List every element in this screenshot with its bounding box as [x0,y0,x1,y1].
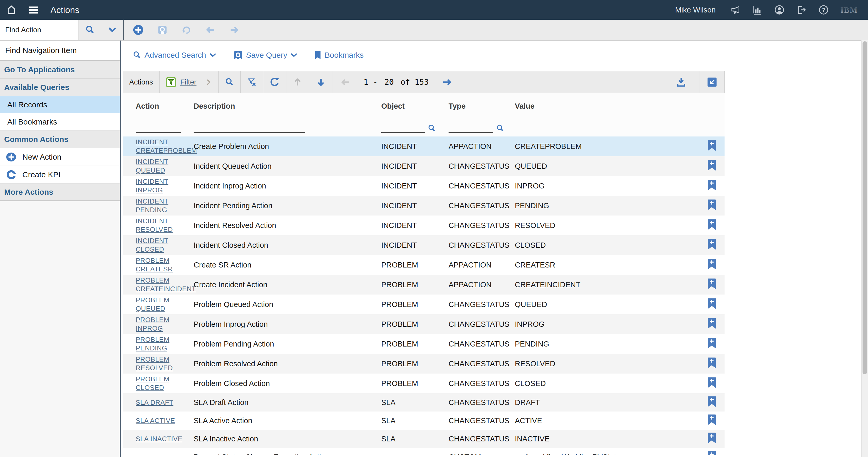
action-link[interactable]: PROBLEM PENDING [136,335,194,353]
table-row[interactable]: INCIDENT CREATEPROBLEM Create Problem Ac… [123,136,724,156]
refresh-icon[interactable] [263,71,286,93]
table-row[interactable]: SLA DRAFT SLA Draft Action SLA CHANGESTA… [123,393,724,412]
sidebar-header-common-actions[interactable]: Common Actions [0,130,120,148]
user-name[interactable]: Mike Wilson [675,6,716,14]
filter-input-action[interactable] [136,122,181,133]
filter-link[interactable]: Filter [180,78,196,86]
table-row[interactable]: INCIDENT PENDING Incident Pending Action… [123,196,724,215]
action-link[interactable]: PROBLEM RESOLVED [136,355,194,372]
bookmark-add-icon[interactable] [707,160,716,171]
find-navigation-item[interactable]: Find Navigation Item [0,40,120,61]
column-header-type[interactable]: Type [448,102,515,111]
filter-input-type[interactable] [448,122,493,133]
action-link[interactable]: INCIDENT QUEUED [136,157,194,175]
action-link[interactable]: PROBLEM INPROG [136,315,194,333]
action-link[interactable]: PROBLEM CREATESR [136,256,194,273]
previous-page-icon[interactable] [340,77,350,87]
table-row[interactable]: PVSTATUS Prevent Status Change Exception… [123,448,724,455]
sidebar-item-all-bookmarks[interactable]: All Bookmarks [0,113,120,130]
revert-icon[interactable] [181,25,191,35]
action-link[interactable]: INCIDENT CLOSED [136,237,194,254]
bookmark-add-icon[interactable] [707,219,716,230]
bookmark-add-icon[interactable] [707,140,716,151]
help-icon[interactable]: ? [818,4,829,16]
table-row[interactable]: PROBLEM PENDING Problem Pending Action P… [123,334,724,354]
download-icon[interactable] [663,71,700,93]
filter-expand-chevron-icon[interactable] [205,79,212,86]
table-row[interactable]: PROBLEM CREATEINCIDENT Create Incident A… [123,275,724,295]
action-link[interactable]: PROBLEM QUEUED [136,296,194,313]
table-row[interactable]: SLA INACTIVE SLA Inactive Action SLA CHA… [123,430,724,448]
table-row[interactable]: INCIDENT INPROG Incident Inprog Action I… [123,176,724,196]
filter-icon[interactable] [166,77,176,87]
megaphone-icon[interactable] [730,5,741,15]
column-header-object[interactable]: Object [381,102,448,111]
table-row[interactable]: INCIDENT QUEUED Incident Queued Action I… [123,156,724,176]
table-row[interactable]: INCIDENT CLOSED Incident Closed Action I… [123,235,724,255]
bookmark-add-icon[interactable] [707,258,716,270]
find-action-input[interactable] [0,20,78,40]
column-header-description[interactable]: Description [194,102,381,111]
vertical-scrollbar[interactable] [861,40,868,457]
profile-icon[interactable] [774,4,785,16]
menu-icon[interactable] [29,6,38,13]
column-header-action[interactable]: Action [136,102,194,111]
next-record-icon[interactable] [229,25,239,35]
bookmark-add-icon[interactable] [707,396,716,407]
action-link[interactable]: INCIDENT INPROG [136,177,194,194]
action-link[interactable]: PROBLEM CREATEINCIDENT [136,276,194,293]
action-link[interactable]: SLA ACTIVE [136,417,194,425]
move-down-icon[interactable] [316,77,326,87]
action-link[interactable]: INCIDENT RESOLVED [136,217,194,234]
column-header-value[interactable]: Value [515,102,684,111]
bookmark-add-icon[interactable] [707,432,716,444]
action-link[interactable]: SLA DRAFT [136,398,194,407]
find-options-chevron-icon[interactable] [101,20,123,40]
bookmark-add-icon[interactable] [707,357,716,369]
sidebar-header-go-to-applications[interactable]: Go To Applications [0,61,120,79]
next-page-icon[interactable] [442,77,452,87]
sidebar-header-more-actions[interactable]: More Actions [0,184,120,201]
find-search-button[interactable] [79,20,101,40]
sidebar-header-available-queries[interactable]: Available Queries [0,79,120,96]
filter-input-object[interactable] [381,122,425,133]
lookup-search-icon[interactable] [496,124,505,133]
save-record-icon[interactable] [157,25,167,35]
action-link[interactable]: INCIDENT CREATEPROBLEM [136,138,194,155]
sidebar-action-create-kpi[interactable]: Create KPI [0,166,120,184]
new-record-icon[interactable] [133,25,144,35]
bookmark-add-icon[interactable] [707,179,716,191]
table-row[interactable]: INCIDENT RESOLVED Incident Resolved Acti… [123,215,724,235]
action-link[interactable]: PROBLEM CLOSED [136,375,194,392]
table-search-icon[interactable] [219,71,240,93]
table-row[interactable]: PROBLEM INPROG Problem Inprog Action PRO… [123,314,724,334]
bookmarks-button[interactable]: Bookmarks [314,51,364,60]
save-query-button[interactable]: Save Query [233,50,298,60]
table-row[interactable]: PROBLEM CLOSED Problem Closed Action PRO… [123,373,724,393]
table-row[interactable]: PROBLEM RESOLVED Problem Resolved Action… [123,354,724,373]
bookmark-add-icon[interactable] [707,298,716,309]
bookmark-add-icon[interactable] [707,414,716,426]
home-icon[interactable] [6,5,17,15]
action-link[interactable]: INCIDENT PENDING [136,197,194,214]
bookmark-add-icon[interactable] [707,337,716,349]
page-range-end[interactable]: 20 [384,78,394,87]
table-row[interactable]: SLA ACTIVE SLA Active Action SLA CHANGES… [123,412,724,430]
minimize-icon[interactable] [700,71,724,93]
move-up-icon[interactable] [292,77,303,87]
previous-record-icon[interactable] [205,25,215,35]
logout-icon[interactable] [796,5,807,15]
bookmark-add-icon[interactable] [707,318,716,329]
bookmark-add-icon[interactable] [707,199,716,211]
bookmark-add-icon[interactable] [707,278,716,290]
chart-icon[interactable] [752,5,763,15]
clear-filter-icon[interactable] [241,71,263,93]
bookmark-add-icon[interactable] [707,377,716,388]
advanced-search-button[interactable]: Advanced Search [132,51,216,60]
table-row[interactable]: PROBLEM QUEUED Problem Queued Action PRO… [123,295,724,314]
sidebar-action-new-action[interactable]: New Action [0,148,120,166]
bookmark-add-icon[interactable] [707,451,716,455]
action-link[interactable]: SLA INACTIVE [136,435,194,443]
scrollbar-thumb[interactable] [863,41,867,374]
bookmark-add-icon[interactable] [707,239,716,250]
